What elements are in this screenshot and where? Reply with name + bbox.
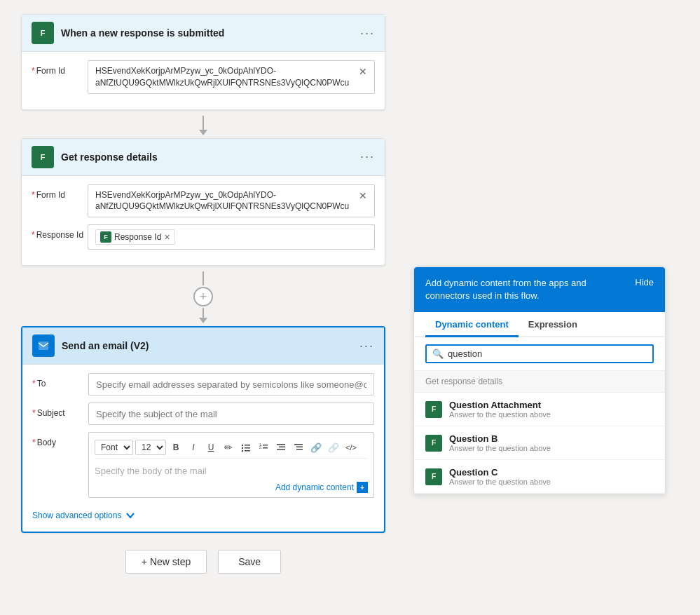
step3-field-to: To: [32, 373, 374, 396]
show-advanced-options[interactable]: Show advanced options: [32, 505, 374, 523]
response-tag: F Response Id ✕: [95, 229, 175, 245]
step2-header: F Get response details ···: [22, 139, 385, 176]
step1-formid-label: Form Id: [32, 60, 88, 76]
response-tag-icon: F: [100, 231, 111, 243]
step3-menu[interactable]: ···: [359, 339, 374, 353]
step3-card: Send an email (V2) ··· To Subject Body: [21, 326, 385, 533]
step2-field-responseid: Response Id F Response Id ✕: [32, 224, 375, 250]
panel-header-text: Add dynamic content from the apps and co…: [425, 277, 635, 302]
tab-expression[interactable]: Expression: [519, 312, 587, 337]
step1-card: F When a new response is submitted ··· F…: [21, 14, 385, 110]
svg-rect-0: [39, 342, 48, 350]
svg-point-5: [242, 450, 243, 452]
step2-field-formid: Form Id HSEvendXekKorjpArMPzyw_yc_0kOdpA…: [32, 184, 375, 218]
tab-dynamic-content[interactable]: Dynamic content: [425, 312, 519, 337]
bullet-list-icon: [241, 442, 251, 452]
show-advanced-label: Show advanced options: [32, 511, 121, 520]
step3-field-subject: Subject: [32, 403, 374, 425]
link-btn[interactable]: 🔗: [308, 440, 324, 455]
svg-rect-12: [279, 447, 285, 448]
step2-formid-label: Form Id: [32, 184, 88, 200]
svg-rect-13: [277, 449, 285, 450]
step3-body-label: Body: [32, 432, 88, 447]
unlink-btn[interactable]: 🔗: [326, 440, 341, 455]
response-tag-text: Response Id: [114, 232, 161, 242]
step1-header: F When a new response is submitted ···: [22, 15, 385, 52]
underline-btn[interactable]: U: [203, 440, 219, 455]
step2-formid-input[interactable]: HSEvendXekKorjpArMPzyw_yc_0kOdpAhlYDO- a…: [88, 184, 375, 218]
highlight-btn[interactable]: ✏: [221, 440, 236, 455]
panel-search-area: 🔍: [414, 337, 665, 371]
bullet-list-btn[interactable]: [238, 440, 254, 455]
font-size-select[interactable]: 12: [135, 440, 166, 455]
step2-formid-clear[interactable]: ✕: [359, 189, 367, 201]
connector-2-arrow: [199, 318, 207, 323]
step1-body: Form Id HSEvendXekKorjpArMPzyw_yc_0kOdpA…: [22, 52, 385, 109]
step2-menu[interactable]: ···: [360, 149, 375, 164]
dynamic-content-link[interactable]: Add dynamic content: [275, 482, 354, 492]
step2-formid-value: HSEvendXekKorjpArMPzyw_yc_0kOdpAhlYDO- a…: [95, 189, 355, 213]
step3-subject-input[interactable]: [88, 403, 374, 425]
search-input[interactable]: [448, 349, 647, 359]
bold-btn[interactable]: B: [168, 440, 184, 455]
connector-1: [21, 116, 385, 135]
step1-formid-input[interactable]: HSEvendXekKorjpArMPzyw_yc_0kOdpAhlYDO- a…: [88, 60, 375, 94]
outdent-btn[interactable]: [273, 440, 289, 455]
connector-2-plus[interactable]: +: [193, 287, 213, 306]
step1-title: When a new response is submitted: [61, 27, 360, 39]
panel-hide-button[interactable]: Hide: [635, 277, 654, 288]
step3-title: Send an email (V2): [62, 340, 359, 351]
step3-body-editor[interactable]: Font 12 B I U ✏ 1.2.: [88, 432, 374, 498]
search-icon: 🔍: [432, 349, 444, 359]
step3-to-label: To: [32, 373, 88, 388]
panel-item-1[interactable]: F Question B Answer to the question abov…: [414, 426, 665, 460]
step2-card: F Get response details ··· Form Id HSEve…: [21, 138, 385, 266]
step1-menu[interactable]: ···: [360, 26, 375, 41]
code-btn[interactable]: </>: [343, 440, 359, 455]
outdent-icon: [276, 442, 286, 452]
font-select[interactable]: Font: [95, 440, 133, 455]
step3-subject-label: Subject: [32, 403, 88, 418]
italic-btn[interactable]: I: [186, 440, 201, 455]
svg-rect-11: [277, 444, 285, 445]
step3-field-body: Body Font 12 B I U ✏: [32, 432, 374, 498]
step1-formid-value: HSEvendXekKorjpArMPzyw_yc_0kOdpAhlYDO- a…: [95, 65, 355, 89]
body-placeholder[interactable]: Specify the body of the mail: [95, 463, 368, 479]
step3-to-input[interactable]: [88, 373, 374, 396]
svg-rect-14: [294, 444, 303, 445]
step3-header: Send an email (V2) ···: [22, 327, 384, 365]
outlook-svg: [37, 339, 50, 352]
connector-1-line: [203, 116, 204, 130]
panel-item-1-icon: F: [425, 435, 442, 452]
svg-rect-6: [245, 450, 250, 452]
connector-1-arrow: [199, 130, 207, 135]
step2-responseid-input[interactable]: F Response Id ✕: [88, 224, 375, 250]
step2-title: Get response details: [61, 151, 360, 163]
panel-item-2-title: Question C: [449, 467, 551, 478]
forms-icon-2: F: [32, 146, 54, 168]
panel-item-0-text: Question Attachment Answer to the questi…: [449, 400, 551, 419]
save-button[interactable]: Save: [218, 550, 281, 574]
step1-formid-clear[interactable]: ✕: [359, 65, 367, 77]
step2-responseid-label: Response Id: [32, 224, 88, 240]
indent-btn[interactable]: [291, 440, 306, 455]
new-step-button[interactable]: + New step: [125, 550, 207, 574]
svg-rect-10: [263, 447, 268, 449]
search-box: 🔍: [425, 344, 654, 363]
bottom-actions: + New step Save: [21, 550, 385, 574]
step1-field-formid: Form Id HSEvendXekKorjpArMPzyw_yc_0kOdpA…: [32, 60, 375, 94]
step2-body: Form Id HSEvendXekKorjpArMPzyw_yc_0kOdpA…: [22, 176, 385, 266]
svg-rect-16: [296, 449, 303, 450]
ordered-list-btn[interactable]: 1.2.: [256, 440, 271, 455]
svg-rect-15: [296, 447, 303, 448]
panel-item-2[interactable]: F Question C Answer to the question abov…: [414, 460, 665, 494]
dynamic-content-icon[interactable]: +: [357, 482, 368, 493]
panel-header: Add dynamic content from the apps and co…: [414, 267, 665, 312]
forms-icon-1: F: [32, 22, 54, 44]
panel-item-0-title: Question Attachment: [449, 400, 551, 410]
response-tag-remove[interactable]: ✕: [164, 233, 170, 242]
panel-section-label: Get response details: [414, 371, 665, 393]
panel-item-2-text: Question C Answer to the question above: [449, 467, 551, 486]
connector-2-line2: [203, 308, 204, 318]
panel-item-0[interactable]: F Question Attachment Answer to the ques…: [414, 393, 665, 426]
